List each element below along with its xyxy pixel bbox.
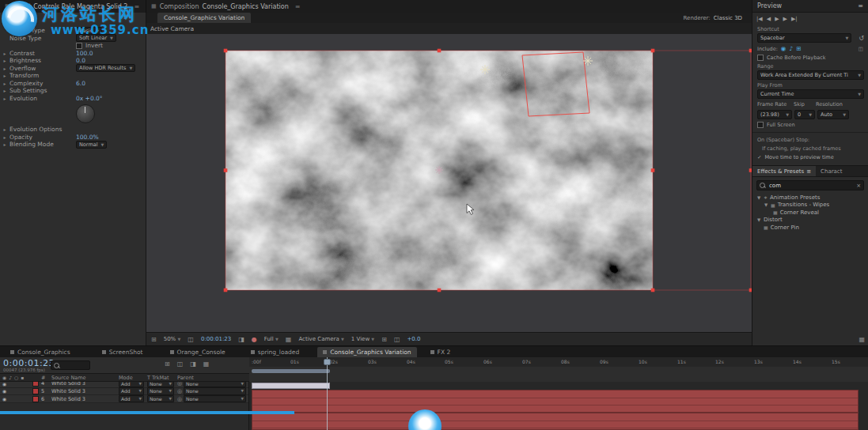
panel-menu-icon[interactable]: ≡ xyxy=(858,2,863,9)
selection-handle[interactable] xyxy=(651,289,655,292)
tree-transitions-wipes[interactable]: ▼ ▦ Transitions - Wipes xyxy=(752,202,868,209)
renderer-value[interactable]: Classic 3D xyxy=(714,15,742,21)
timeline-track-area[interactable]: :00f 01s 02s 03s 04s 05s 06s 07s 08s 09s… xyxy=(249,357,868,430)
tree-corner-pin[interactable]: ▦ Corner Pin xyxy=(752,224,868,232)
draft-3d-icon[interactable]: ◫ xyxy=(177,360,184,368)
brightness-value[interactable]: 0.0 xyxy=(76,57,85,64)
composition-mini-flowchart-icon[interactable]: ⊞ xyxy=(165,360,170,368)
resolution-preview-dropdown[interactable]: Auto▼ xyxy=(817,110,849,119)
cache-before-playback-row[interactable]: Cache Before Playback xyxy=(757,55,868,61)
exposure-value[interactable]: +0.0 xyxy=(407,336,420,342)
frame-blending-icon[interactable]: ◨ xyxy=(190,360,196,368)
twirl-open-icon[interactable]: ▼ xyxy=(756,217,761,222)
cache-before-playback-checkbox[interactable] xyxy=(757,55,764,61)
contrast-value[interactable]: 100.0 xyxy=(76,50,93,57)
tab-console-graphics-variation[interactable]: Console_Graphics Variation xyxy=(317,347,416,357)
viewer-timecode[interactable]: 0:00:01:23 xyxy=(201,336,231,342)
invert-checkbox[interactable] xyxy=(76,43,82,49)
snapshot-icon[interactable]: ◨ xyxy=(238,336,244,343)
eye-icon[interactable]: ◉ xyxy=(2,388,6,394)
open-flowchart-icon[interactable]: ◫ xyxy=(859,46,863,52)
current-time-indicator[interactable] xyxy=(327,357,328,430)
prev-frame-button[interactable]: ◀ xyxy=(767,16,771,22)
anchor-point[interactable] xyxy=(435,166,443,174)
panel-menu-icon[interactable]: ≡ xyxy=(295,3,301,10)
mode-header[interactable]: Mode xyxy=(119,375,147,381)
work-area-bar[interactable] xyxy=(252,369,330,373)
trkmat-dropdown[interactable]: None▼ xyxy=(147,395,174,403)
evolution-value[interactable]: 0x +0.0° xyxy=(76,95,103,102)
tab-orange-console[interactable]: Orange_Console xyxy=(165,347,231,357)
pickwhip-icon[interactable]: ◎ xyxy=(177,388,182,394)
region-of-interest-icon[interactable]: ▦ xyxy=(286,336,292,343)
overflow-dropdown[interactable]: Allow HDR Results▼ xyxy=(76,64,135,72)
opacity-value[interactable]: 100.0% xyxy=(76,134,99,141)
mode-dropdown[interactable]: Add▼ xyxy=(119,395,144,403)
effect-point-crosshairs[interactable] xyxy=(435,56,593,174)
corner-pin-outline[interactable] xyxy=(522,52,589,116)
include-audio-icon[interactable]: ♪ xyxy=(789,45,793,52)
include-overlays-icon[interactable]: ⊞ xyxy=(796,45,801,52)
zoom-dropdown[interactable]: 50% ▼ xyxy=(164,336,181,342)
timeline-search-box[interactable] xyxy=(51,360,90,370)
layer-name[interactable]: White Solid 3 xyxy=(51,396,119,402)
safe-guides-icon[interactable]: ◫ xyxy=(188,336,194,343)
parent-header[interactable]: Parent xyxy=(177,375,249,381)
full-screen-checkbox[interactable] xyxy=(757,122,764,128)
composition-panel-tab[interactable]: ▦ Composition Console_Graphics Variation… xyxy=(146,0,305,13)
stop-option-2[interactable]: ✓ Move time to preview time xyxy=(757,154,868,160)
current-time-indicator-handle[interactable] xyxy=(324,359,331,365)
work-area-track[interactable] xyxy=(249,367,868,383)
last-frame-button[interactable]: ▶| xyxy=(791,16,798,22)
twirl-open-icon[interactable]: ▼ xyxy=(764,202,768,207)
clear-search-icon[interactable]: × xyxy=(856,183,861,189)
show-channel-icon[interactable]: ● xyxy=(252,336,257,343)
twirl-icon[interactable]: ▸ xyxy=(0,51,9,56)
twirl-icon[interactable]: ▸ xyxy=(0,58,9,63)
tree-corner-reveal[interactable]: ▦ Corner Reveal xyxy=(752,209,868,217)
panel-resize-icon[interactable]: ▦ xyxy=(859,336,865,343)
blending-mode-dropdown[interactable]: Normal▼ xyxy=(76,141,107,149)
camera-dropdown[interactable]: Active Camera ▼ xyxy=(298,336,343,342)
always-preview-icon[interactable]: ⊞ xyxy=(151,336,157,343)
selection-handle[interactable] xyxy=(651,168,655,172)
label-chip[interactable] xyxy=(32,396,39,402)
layer-bar-selected[interactable] xyxy=(252,383,330,389)
layer-bars-group-2[interactable] xyxy=(252,413,859,430)
stop-option-1[interactable]: If caching, play cached frames xyxy=(762,145,868,152)
view-layout-dropdown[interactable]: 1 View ▼ xyxy=(351,336,374,342)
tree-animation-presets[interactable]: ▼ ∗ Animation Presets xyxy=(752,194,868,202)
motion-blur-icon[interactable]: ▦ xyxy=(203,360,210,368)
play-button[interactable]: ▶ xyxy=(775,16,779,22)
twirl-icon[interactable]: ▸ xyxy=(0,141,9,147)
next-frame-button[interactable]: ▶ xyxy=(783,16,787,22)
trkmat-dropdown[interactable]: None▼ xyxy=(147,387,174,395)
parent-dropdown[interactable]: None▼ xyxy=(184,395,246,403)
selection-handle[interactable] xyxy=(438,49,442,53)
table-row[interactable]: ◉ 6 White Solid 3 Add▼ None▼ ◎None▼ xyxy=(0,395,248,403)
effect-point[interactable] xyxy=(480,65,490,74)
complexity-value[interactable]: 6.0 xyxy=(76,80,85,87)
selection-handle[interactable] xyxy=(651,49,655,53)
selection-handle[interactable] xyxy=(224,49,228,53)
composition-canvas-area[interactable] xyxy=(146,34,752,332)
fast-preview-icon[interactable]: ◫ xyxy=(394,336,400,343)
tab-console-graphics[interactable]: Console_Graphics xyxy=(5,347,76,357)
evolution-dial[interactable] xyxy=(76,104,95,123)
layer-name[interactable]: White Solid 3 xyxy=(51,388,119,394)
reset-icon[interactable]: ↺ xyxy=(859,35,864,42)
twirl-icon[interactable]: ▸ xyxy=(0,126,9,132)
tab-spring-loaded[interactable]: spring_loaded xyxy=(245,347,305,357)
tab-screenshot[interactable]: ScreenShot xyxy=(97,347,149,357)
twirl-open-icon[interactable]: ▼ xyxy=(756,195,761,200)
tab-character[interactable]: Charact xyxy=(816,166,868,176)
selection-handle[interactable] xyxy=(438,289,442,292)
selection-handle[interactable] xyxy=(224,289,228,292)
preview-panel-header[interactable]: Preview ≡ xyxy=(752,0,868,13)
effects-search-input[interactable] xyxy=(768,182,854,190)
mode-dropdown[interactable]: Add▼ xyxy=(119,387,144,395)
full-screen-row[interactable]: Full Screen xyxy=(757,122,868,128)
frame-rate-dropdown[interactable]: (23.98)▼ xyxy=(757,110,792,119)
selection-handles[interactable] xyxy=(224,49,752,292)
twirl-icon[interactable]: ▸ xyxy=(0,81,9,86)
